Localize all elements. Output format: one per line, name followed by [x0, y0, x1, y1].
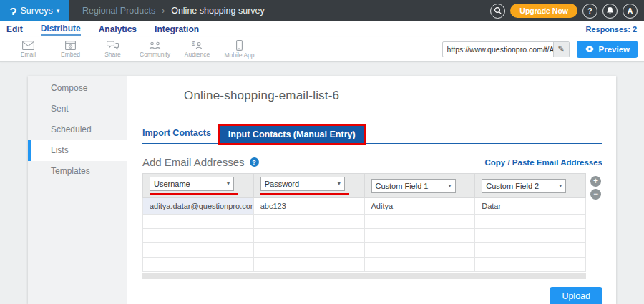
breadcrumb-folder[interactable]: Regional Products	[82, 6, 155, 16]
grid-cell[interactable]	[143, 243, 254, 258]
topbar-actions: Upgrade Now ? A	[490, 4, 644, 19]
help-button[interactable]: ?	[582, 4, 597, 19]
toolbar-embed-label: Embed	[61, 51, 80, 58]
add-row-button[interactable]: +	[590, 176, 601, 187]
bell-icon	[606, 6, 614, 15]
community-icon	[149, 41, 161, 50]
search-button[interactable]	[490, 4, 505, 19]
help-icon[interactable]: ?	[250, 157, 259, 167]
tab-import-contacts[interactable]: Import Contacts	[142, 124, 220, 143]
survey-url[interactable]: https://www.questionpro.com/t/APNrFZ	[443, 42, 553, 57]
minus-icon: −	[593, 189, 598, 199]
search-icon	[494, 6, 502, 15]
grid-cell[interactable]	[475, 215, 586, 229]
field-select-username-value: Username	[154, 180, 190, 188]
grid-cell[interactable]	[143, 229, 254, 243]
breadcrumb: Regional Products › Online shopping surv…	[82, 6, 265, 16]
sidebar-item-scheduled[interactable]: Scheduled	[28, 119, 127, 140]
toolbar-mobile-app-button[interactable]: Mobile App	[218, 40, 260, 59]
list-detail: Online-shopping-email-list-6 Import Cont…	[127, 76, 616, 304]
sidebar-item-templates[interactable]: Templates	[28, 161, 127, 182]
page-body: Compose Sent Scheduled Lists Templates O…	[0, 62, 644, 304]
sidebar-item-lists[interactable]: Lists	[28, 140, 127, 161]
grid-cell[interactable]	[253, 229, 364, 243]
plus-icon: +	[593, 176, 598, 186]
field-select-username[interactable]: Username ▾	[150, 177, 234, 191]
column-header-4: Custom Field 2 ▾	[475, 174, 586, 198]
mobile-app-icon	[235, 40, 243, 51]
preview-label: Preview	[599, 45, 630, 54]
grid-cell[interactable]	[475, 229, 586, 243]
nav-tab-distribute[interactable]: Distribute	[41, 24, 81, 36]
copy-paste-email-addresses-link[interactable]: Copy / Paste Email Addresses	[485, 158, 602, 167]
grid-cell[interactable]	[475, 243, 586, 258]
sidebar-item-sent[interactable]: Sent	[28, 99, 127, 119]
tab-input-contacts-manual-entry[interactable]: Input Contacts (Manual Entry)	[220, 126, 364, 143]
field-select-password[interactable]: Password ▾	[260, 177, 345, 191]
nav-tab-edit[interactable]: Edit	[6, 24, 23, 34]
dropdown-arrow-icon: ▾	[559, 182, 562, 189]
username-annotation-underline	[150, 193, 238, 195]
remove-row-button[interactable]: −	[590, 189, 601, 200]
responses-count[interactable]: Responses: 2	[585, 25, 644, 34]
survey-url-box: https://www.questionpro.com/t/APNrFZ ✎	[442, 41, 570, 57]
grid-cell[interactable]	[475, 258, 586, 272]
grid-row-5	[143, 258, 586, 272]
grid-cell[interactable]	[364, 215, 475, 229]
grid-cell[interactable]	[253, 243, 364, 258]
share-icon	[107, 41, 119, 50]
preview-button[interactable]: Preview	[577, 41, 638, 58]
grid-cell[interactable]	[364, 243, 475, 258]
grid-cell-email[interactable]: aditya.datar@questionpro.com	[143, 198, 254, 215]
grid-cell[interactable]	[364, 229, 475, 243]
toolbar-audience-label: Audience	[185, 51, 210, 58]
horizontal-scrollbar[interactable]	[142, 273, 586, 279]
toolbar-email-button[interactable]: Email	[7, 41, 49, 58]
email-sidebar: Compose Sent Scheduled Lists Templates	[28, 76, 127, 304]
grid-row-3	[143, 229, 586, 243]
password-annotation-underline	[260, 193, 349, 195]
grid-cell-custom2[interactable]: Datar	[475, 198, 586, 215]
field-select-custom-field-2-value: Custom Field 2	[486, 182, 539, 190]
grid-cell[interactable]	[143, 258, 254, 272]
breadcrumb-survey-name: Online shopping survey	[171, 6, 265, 16]
toolbar-share-label: Share	[104, 51, 121, 58]
column-header-2: Password ▾	[253, 174, 364, 198]
contacts-grid-wrap: Username ▾ Password ▾	[142, 173, 602, 279]
nav-tab-integration[interactable]: Integration	[155, 24, 199, 34]
toolbar-community-button[interactable]: Community	[134, 41, 176, 58]
eye-icon	[585, 46, 595, 52]
toolbar-embed-button[interactable]: Embed	[49, 41, 92, 58]
grid-cell-custom1[interactable]: Aditya	[364, 198, 475, 215]
column-header-3: Custom Field 1 ▾	[364, 174, 475, 198]
grid-cell[interactable]	[143, 215, 254, 229]
sidebar-item-compose[interactable]: Compose	[28, 78, 127, 99]
account-button[interactable]: A	[623, 4, 638, 19]
grid-row-4	[143, 243, 586, 258]
chevron-down-icon: ▾	[57, 7, 60, 14]
edit-url-button[interactable]: ✎	[553, 42, 569, 57]
field-select-custom-field-1[interactable]: Custom Field 1 ▾	[371, 179, 456, 193]
surveys-menu-label: Surveys	[21, 6, 53, 16]
topbar: Ɂ Surveys ▾ Regional Products › Online s…	[0, 0, 644, 21]
dropdown-arrow-icon: ▾	[338, 180, 341, 187]
grid-header-row: Username ▾ Password ▾	[143, 174, 586, 198]
toolbar-share-button[interactable]: Share	[92, 41, 134, 58]
grid-cell[interactable]	[253, 215, 364, 229]
svg-text:$: $	[192, 41, 195, 47]
grid-cell[interactable]	[364, 258, 475, 272]
grid-cell-password[interactable]: abc123	[253, 198, 364, 215]
email-icon	[22, 41, 34, 50]
notifications-button[interactable]	[602, 4, 618, 19]
grid-cell[interactable]	[253, 258, 364, 272]
distribute-toolbar: Email Embed Share Community $ Audience M…	[0, 37, 644, 62]
upgrade-now-button[interactable]: Upgrade Now	[510, 4, 577, 18]
field-select-custom-field-2[interactable]: Custom Field 2 ▾	[482, 179, 566, 193]
toolbar-audience-button[interactable]: $ Audience	[176, 41, 218, 58]
nav-tab-analytics[interactable]: Analytics	[99, 24, 137, 34]
toolbar-mobile-app-label: Mobile App	[224, 52, 254, 59]
contacts-grid: Username ▾ Password ▾	[142, 173, 586, 272]
surveys-app-menu[interactable]: Ɂ Surveys ▾	[0, 0, 69, 21]
list-title: Online-shopping-email-list-6	[184, 89, 602, 103]
upload-button[interactable]: Upload	[550, 287, 602, 304]
